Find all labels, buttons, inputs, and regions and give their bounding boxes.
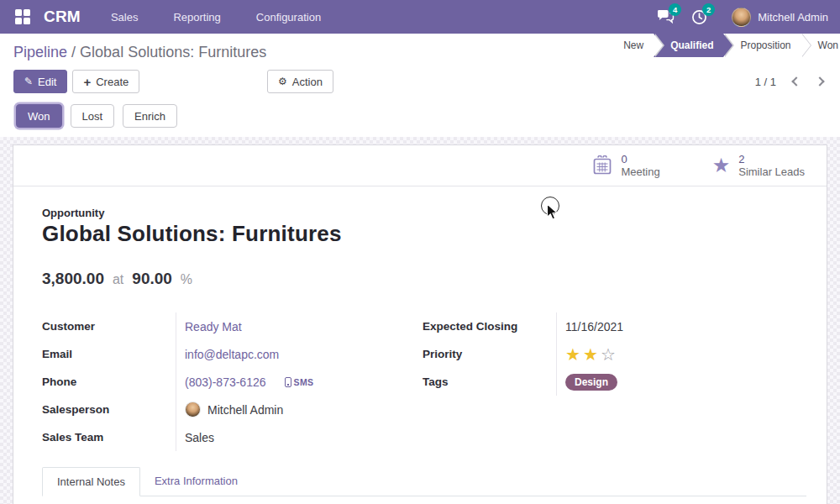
field-group-right: Expected Closing 11/16/2021 Priority ★★☆… <box>423 312 806 451</box>
field-row-phone: Phone (803)-873-6126 SMS <box>42 368 423 396</box>
user-menu[interactable]: Mitchell Admin <box>732 8 828 27</box>
navbar-menu-configuration[interactable]: Configuration <box>256 2 321 33</box>
priority-stars: ★★☆ <box>565 346 616 363</box>
expected-revenue: 3,800.00 <box>42 270 104 288</box>
app-brand[interactable]: CRM <box>44 8 81 26</box>
stat-button-strip: 0 Meeting ★ 2 Similar Leads <box>13 145 827 186</box>
probability-value: 90.00 <box>132 270 172 288</box>
breadcrumb-current: Global Solutions: Furnitures <box>80 44 266 60</box>
field-row-tags: Tags Design <box>423 368 806 396</box>
tag-badge-design: Design <box>565 374 617 391</box>
user-name: Mitchell Admin <box>758 11 828 24</box>
expected-closing-value: 11/16/2021 <box>565 320 623 333</box>
phone-value-link[interactable]: (803)-873-6126 <box>185 375 266 389</box>
actions-row: ✎ Edit + Create ⚙ Action 1 / 1 <box>13 70 827 93</box>
plus-icon: + <box>83 75 91 89</box>
user-avatar <box>732 8 751 27</box>
sms-button[interactable]: SMS <box>285 377 314 387</box>
meeting-count: 0 <box>621 153 659 165</box>
similar-leads-label: Similar Leads <box>738 165 805 178</box>
field-row-customer: Customer Ready Mat <box>42 312 423 340</box>
priority-star-3[interactable]: ☆ <box>601 346 616 363</box>
priority-label: Priority <box>423 348 556 360</box>
stat-text: 2 Similar Leads <box>738 153 805 178</box>
stage-qualified[interactable]: Qualified <box>654 34 723 57</box>
gear-icon: ⚙ <box>278 76 287 87</box>
mouse-cursor-icon <box>546 203 559 221</box>
status-button-won[interactable]: Won <box>16 104 62 128</box>
field-columns: Customer Ready Mat Email info@deltapc.co… <box>42 312 806 451</box>
salesperson-value: Mitchell Admin <box>207 403 283 417</box>
navbar-right: 4 2 Mitchell Admin <box>653 5 828 29</box>
status-button-lost[interactable]: Lost <box>71 104 115 128</box>
apps-menu-icon[interactable] <box>12 6 34 28</box>
activities-button[interactable]: 2 <box>686 5 711 29</box>
breadcrumb-pipeline-link[interactable]: Pipeline <box>13 44 67 60</box>
status-buttons: WonLostEnrich <box>13 104 177 128</box>
at-label: at <box>113 272 123 287</box>
status-button-enrich[interactable]: Enrich <box>123 104 177 128</box>
stat-button-similar-leads[interactable]: ★ 2 Similar Leads <box>699 145 818 186</box>
create-button[interactable]: + Create <box>72 70 139 93</box>
opportunity-type-label: Opportunity <box>42 207 806 219</box>
similar-leads-count: 2 <box>738 153 805 165</box>
edit-button[interactable]: ✎ Edit <box>13 70 67 93</box>
pager-previous-icon[interactable] <box>791 76 801 86</box>
field-row-email: Email info@deltapc.com <box>42 340 423 368</box>
phone-label: Phone <box>42 375 176 388</box>
expected-closing-label: Expected Closing <box>423 320 556 333</box>
stat-text: 0 Meeting <box>621 153 659 178</box>
activities-badge: 2 <box>702 3 715 16</box>
navbar-menu-sales[interactable]: Sales <box>111 2 139 33</box>
notebook-tabs: Internal NotesExtra Information <box>42 467 806 496</box>
sms-label: SMS <box>294 377 314 387</box>
navbar-menu-reporting[interactable]: Reporting <box>173 2 220 33</box>
field-row-expected-closing: Expected Closing 11/16/2021 <box>423 312 806 340</box>
percent-sign: % <box>181 272 192 287</box>
email-value-link[interactable]: info@deltapc.com <box>185 348 279 361</box>
breadcrumb-separator: / <box>71 44 80 60</box>
customer-label: Customer <box>42 320 176 333</box>
tags-label: Tags <box>423 375 556 388</box>
field-row-sales-team: Sales Team Sales <box>42 423 423 451</box>
pager-value: 1 / 1 <box>755 76 776 88</box>
navbar-menus: SalesReportingConfiguration <box>111 2 321 33</box>
messages-button[interactable]: 4 <box>653 5 678 29</box>
priority-star-2[interactable]: ★ <box>583 346 598 363</box>
pencil-icon: ✎ <box>24 76 33 87</box>
pager: 1 / 1 <box>755 76 823 88</box>
priority-star-1[interactable]: ★ <box>565 346 580 363</box>
meeting-label: Meeting <box>621 165 659 178</box>
action-button[interactable]: ⚙ Action <box>267 70 333 93</box>
sales-team-value: Sales <box>185 431 214 444</box>
stage-proposition[interactable]: Proposition <box>723 34 801 57</box>
star-icon: ★ <box>712 156 731 175</box>
status-row: WonLostEnrich NewQualifiedPropositionWon <box>13 104 827 128</box>
mobile-phone-icon <box>285 377 291 387</box>
grid-icon <box>15 9 30 24</box>
salesperson-avatar <box>185 402 201 417</box>
customer-value-link[interactable]: Ready Mat <box>185 320 242 333</box>
email-label: Email <box>42 348 176 360</box>
form-sheet: 0 Meeting ★ 2 Similar Leads Opportunity … <box>13 144 827 504</box>
salesperson-label: Salesperson <box>42 403 176 416</box>
stat-button-meeting[interactable]: 0 Meeting <box>579 145 673 186</box>
field-row-salesperson: Salesperson Mitchell Admin <box>42 396 423 423</box>
messages-badge: 4 <box>669 3 681 16</box>
amount-row: 3,800.00 at 90.00 % <box>42 270 806 288</box>
calendar-icon <box>592 155 612 176</box>
crm-app-window: CRM SalesReportingConfiguration 4 2 Mitc… <box>0 0 840 504</box>
tab-internal-notes[interactable]: Internal Notes <box>42 467 140 496</box>
field-group-left: Customer Ready Mat Email info@deltapc.co… <box>42 312 423 451</box>
stage-new[interactable]: New <box>606 34 654 57</box>
sheet-body: Opportunity Global Solutions: Furnitures… <box>13 186 827 496</box>
stage-bar: NewQualifiedPropositionWon <box>606 34 840 57</box>
top-navbar: CRM SalesReportingConfiguration 4 2 Mitc… <box>0 0 840 34</box>
sales-team-label: Sales Team <box>42 431 176 444</box>
tab-extra-information[interactable]: Extra Information <box>140 467 252 496</box>
control-panel: Pipeline / Global Solutions: Furnitures … <box>0 34 840 137</box>
pager-next-icon[interactable] <box>815 76 824 86</box>
field-row-priority: Priority ★★☆ <box>423 340 806 368</box>
page-title: Global Solutions: Furnitures <box>42 221 806 247</box>
